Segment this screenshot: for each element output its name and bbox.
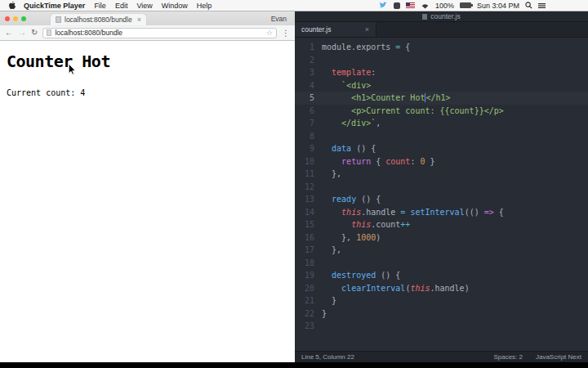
code-line[interactable]: 22} [295,307,588,321]
spotlight-icon[interactable] [525,2,532,9]
reload-button[interactable]: ↻ [31,29,38,37]
code-line[interactable]: 18 [295,257,588,270]
wifi-icon[interactable] [421,2,430,9]
profile-name[interactable]: Evan [271,15,290,23]
code-line-text: module.exports = { [314,41,410,54]
zoom-window-button[interactable] [21,16,26,21]
code-line[interactable]: 5 <h1>Counter Hot</h1> [295,92,588,105]
code-line[interactable]: 6 <p>Current count: {{count}}</p> [295,105,588,118]
browser-menu-icon[interactable]: ⋮ [282,29,290,38]
app-menu-title[interactable]: QuickTime Player [24,2,85,10]
code-line-text: <h1>Counter Hot</h1> [314,92,451,105]
close-window-button[interactable] [5,16,10,21]
battery-icon[interactable] [460,2,471,8]
line-number: 17 [295,244,314,257]
code-line-text: clearInterval(this.handle) [314,282,470,295]
editor-tab[interactable]: counter.js × [295,22,376,37]
code-line[interactable]: 12 [295,181,588,194]
code-line[interactable]: 4 `<div> [295,79,588,92]
line-number: 21 [295,294,314,307]
cursor-position[interactable]: Line 5, Column 22 [301,353,354,361]
page-icon [47,29,51,36]
code-line[interactable]: 16 }, 1000) [295,231,588,245]
line-number: 20 [295,282,314,295]
status-menu-icon[interactable] [394,2,400,9]
bottom-edge [0,362,588,368]
line-number: 5 [295,92,314,105]
status-bar-right: Spaces: 2 JavaScript Next [493,353,581,361]
code-line-text: template: [314,66,376,79]
code-line[interactable]: 9 data () { [295,142,588,155]
mouse-cursor [68,64,76,75]
line-number: 18 [295,257,314,270]
menu-window[interactable]: Window [162,2,188,10]
code-line[interactable]: 10 return { count: 0 } [295,155,588,168]
code-line[interactable]: 8 [295,130,588,143]
code-line[interactable]: 11 }, [295,168,588,181]
menu-bar-status-area: 100% Sun 3:04 PM [379,2,583,10]
code-line-text: `<div> [314,79,371,92]
code-line-text: }, [314,168,341,181]
code-editor[interactable]: 1module.exports = {23 template:4 `<div>5… [295,38,588,351]
menu-edit[interactable]: Edit [115,2,128,10]
code-line[interactable]: 1module.exports = { [295,41,588,54]
bookmark-star-icon[interactable]: ☆ [266,29,273,37]
menu-view[interactable]: View [136,2,152,10]
code-line[interactable]: 2 [295,54,588,67]
code-line[interactable]: 20 clearInterval(this.handle) [295,282,588,295]
file-icon [422,14,427,20]
forward-button[interactable]: → [18,29,26,37]
menu-file[interactable]: File [94,2,106,10]
tab-close-icon[interactable]: × [137,16,141,24]
code-line-text: return { count: 0 } [314,155,435,168]
tab-favicon [56,16,61,23]
address-bar-url[interactable]: localhost:8080/bundle [55,29,263,37]
editor-status-bar: Line 5, Column 22 Spaces: 2 JavaScript N… [295,351,588,362]
line-number: 1 [295,41,314,54]
input-language-flag-icon[interactable] [406,2,415,8]
code-line[interactable]: 17 }, [295,244,588,257]
menu-bar-clock[interactable]: Sun 3:04 PM [477,2,519,10]
code-line[interactable]: 23 [295,320,588,333]
code-line[interactable]: 15 this.count++ [295,218,588,231]
code-line-text: data () { [314,142,376,155]
menu-help[interactable]: Help [197,2,212,10]
editor-tab-title: counter.js [301,25,331,34]
code-line-text: } [314,294,336,307]
code-line[interactable]: 19 destroyed () { [295,269,588,282]
back-button[interactable]: ← [5,29,13,37]
code-line-text: ready () { [314,193,381,206]
menu-bar: QuickTime Player File Edit View Window H… [0,0,588,11]
code-line[interactable]: 7 </div>`, [295,117,588,130]
code-line[interactable]: 3 template: [295,66,588,79]
line-number: 8 [295,130,314,143]
twitter-status-icon[interactable] [379,2,388,9]
code-line[interactable]: 13 ready () { [295,193,588,206]
browser-tab[interactable]: localhost:8080/bundle × [51,14,146,25]
editor-window-title: counter.js [430,12,460,20]
browser-toolbar: ← → ↻ localhost:8080/bundle ☆ ⋮ [0,25,295,41]
code-line-text [314,181,322,194]
line-number: 3 [295,66,314,79]
language-indicator[interactable]: JavaScript Next [536,353,581,361]
code-line-text: this.handle = setInterval(() => { [314,206,504,219]
editor-tab-close-icon[interactable]: × [365,25,369,34]
notification-center-icon[interactable] [538,2,546,9]
apple-menu[interactable] [8,1,16,10]
line-number: 13 [295,193,314,206]
browser-tab-title: localhost:8080/bundle [65,16,132,24]
line-number: 16 [295,231,314,245]
code-line-text [314,257,322,270]
page-count-text: Current count: 4 [7,88,288,97]
code-line-text [314,54,322,67]
line-number: 14 [295,206,314,219]
code-line-text [314,320,322,333]
minimize-window-button[interactable] [13,16,18,21]
code-line[interactable]: 14 this.handle = setInterval(() => { [295,206,588,219]
indent-indicator[interactable]: Spaces: 2 [493,353,523,361]
address-bar[interactable]: localhost:8080/bundle ☆ [42,28,277,38]
code-line-text: </div>`, [314,117,381,130]
code-line[interactable]: 21 } [295,294,588,307]
line-number: 7 [295,117,314,130]
code-line-text: } [314,307,327,321]
